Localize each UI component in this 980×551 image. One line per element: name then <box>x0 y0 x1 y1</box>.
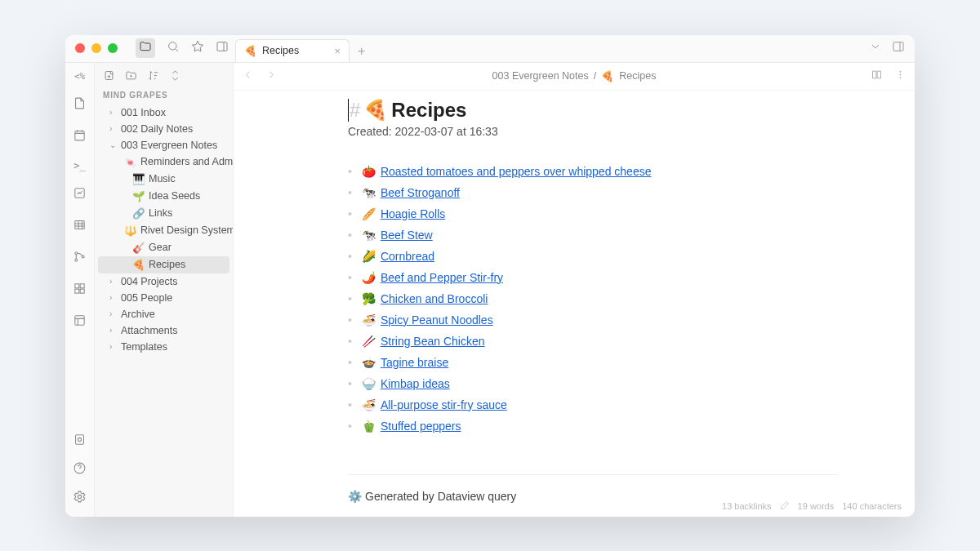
recipe-link[interactable]: Cornbread <box>381 250 434 263</box>
tree-item[interactable]: ›Attachments <box>98 322 229 339</box>
item-label: Recipes <box>149 259 185 270</box>
recipe-emoji: 🐄 <box>362 186 376 199</box>
note-title: # 🍕 Recipes <box>348 99 838 122</box>
tree-item[interactable]: ›002 Daily Notes <box>98 121 229 137</box>
ribbon: <% >_ <box>65 63 95 517</box>
tree-item[interactable]: 🔱Rivet Design System <box>98 222 229 239</box>
star-icon[interactable] <box>191 40 204 56</box>
item-label: Archive <box>121 309 155 320</box>
recipe-link[interactable]: Tagine braise <box>381 356 448 369</box>
recipe-link[interactable]: Hoagie Rolls <box>381 207 445 220</box>
backlinks-count[interactable]: 13 backlinks <box>722 501 772 511</box>
vault-name: MIND GRAPES <box>95 89 233 104</box>
new-tab-button[interactable]: + <box>350 41 373 62</box>
list-item: 🍅 Roasted tomatoes and peppers over whip… <box>348 161 838 182</box>
titlebar: 🍕 Recipes × + <box>65 35 915 63</box>
collapse-icon[interactable] <box>169 69 181 84</box>
grid-icon[interactable] <box>73 282 87 299</box>
recipe-link[interactable]: Kimbap ideas <box>381 377 450 390</box>
list-item: 🫑 Stuffed peppers <box>348 415 838 437</box>
item-label: Attachments <box>121 325 177 336</box>
sidebar-toolbar <box>95 63 233 89</box>
more-icon[interactable] <box>894 69 906 83</box>
recipe-link[interactable]: Roasted tomatoes and peppers over whippe… <box>381 165 652 178</box>
table-icon[interactable] <box>73 218 87 235</box>
recipe-link[interactable]: Spicy Peanut Noodles <box>381 313 493 327</box>
tree-item[interactable]: 🎸Gear <box>98 239 229 256</box>
tree-item[interactable]: 🌱Idea Seeds <box>98 188 229 205</box>
right-panel-icon[interactable] <box>892 40 905 56</box>
tree-item[interactable]: ›001 Inbox <box>98 104 229 121</box>
vault-icon[interactable] <box>73 433 87 450</box>
item-emoji: 🍬 <box>124 156 137 168</box>
tree-item[interactable]: 🍬Reminders and Admin <box>98 153 229 171</box>
minimize-window-button[interactable] <box>91 43 101 53</box>
files-icon[interactable] <box>136 38 155 58</box>
tree-item[interactable]: ›Archive <box>98 306 229 322</box>
back-icon[interactable] <box>242 69 254 83</box>
note-content[interactable]: # 🍕 Recipes Created: 2022-03-07 at 16:33… <box>234 91 915 517</box>
forward-icon[interactable] <box>265 69 278 83</box>
right-sidebar-icon[interactable] <box>216 40 229 56</box>
svg-rect-11 <box>75 289 79 293</box>
reading-mode-icon[interactable] <box>871 69 883 83</box>
new-note-icon[interactable] <box>103 69 115 84</box>
sort-icon[interactable] <box>147 69 159 84</box>
chevron-icon[interactable]: › <box>109 342 118 351</box>
chevron-down-icon[interactable] <box>869 40 882 56</box>
tree-item[interactable]: ›Templates <box>98 339 229 355</box>
new-folder-icon[interactable] <box>125 69 137 84</box>
settings-icon[interactable] <box>73 490 87 507</box>
item-label: 004 Projects <box>121 276 177 287</box>
tree-item[interactable]: 🎹Music <box>98 171 229 188</box>
git-icon[interactable] <box>73 250 87 267</box>
titlebar-right-icons <box>869 40 915 56</box>
svg-rect-3 <box>75 131 84 140</box>
breadcrumb[interactable]: 003 Evergreen Notes / 🍕 Recipes <box>492 70 657 82</box>
title-text: Recipes <box>391 99 466 122</box>
chevron-icon[interactable]: › <box>109 326 118 335</box>
recipe-link[interactable]: Chicken and Broccoli <box>381 292 488 305</box>
recipe-link[interactable]: Beef Stroganoff <box>381 186 460 199</box>
recipe-link[interactable]: Beef and Pepper Stir-fry <box>381 271 503 284</box>
chevron-icon[interactable]: › <box>109 309 118 318</box>
graph-icon[interactable] <box>73 186 87 203</box>
chevron-icon[interactable]: › <box>109 293 118 302</box>
svg-rect-10 <box>80 283 84 287</box>
help-icon[interactable] <box>73 461 87 478</box>
titlebar-left-icons <box>136 38 229 58</box>
tree-item[interactable]: ›005 People <box>98 290 229 306</box>
new-note-icon[interactable] <box>73 96 87 113</box>
calendar-icon[interactable] <box>73 128 87 145</box>
chevron-icon[interactable]: › <box>109 108 118 117</box>
tree-item[interactable]: ›004 Projects <box>98 273 229 290</box>
item-label: Links <box>149 207 172 219</box>
tree-item[interactable]: 🍕Recipes <box>98 256 229 273</box>
recipe-list: 🍅 Roasted tomatoes and peppers over whip… <box>348 161 838 437</box>
recipe-link[interactable]: String Bean Chicken <box>381 335 485 348</box>
maximize-window-button[interactable] <box>108 43 118 53</box>
close-tab-icon[interactable]: × <box>334 45 341 57</box>
item-label: Rivet Design System <box>140 224 233 236</box>
tree-item[interactable]: ⌄003 Evergreen Notes <box>98 137 229 153</box>
svg-point-21 <box>900 78 901 78</box>
search-icon[interactable] <box>167 40 180 56</box>
chevron-icon[interactable]: ⌄ <box>109 140 118 149</box>
chevron-icon[interactable]: › <box>109 124 118 133</box>
chevron-icon[interactable]: › <box>109 277 118 286</box>
list-item: 🍜 All-purpose stir-fry sauce <box>348 394 838 415</box>
tree-item[interactable]: 🔗Links <box>98 205 229 222</box>
quick-switcher-icon[interactable]: <% <box>74 71 85 82</box>
command-icon[interactable]: >_ <box>74 160 85 171</box>
layout-icon[interactable] <box>73 313 87 331</box>
recipe-link[interactable]: All-purpose stir-fry sauce <box>381 398 507 411</box>
item-label: Idea Seeds <box>149 190 200 202</box>
tab-recipes[interactable]: 🍕 Recipes × <box>235 39 350 62</box>
recipe-emoji: 🍜 <box>362 313 376 327</box>
gear-icon: ⚙️ <box>348 490 362 503</box>
edit-icon[interactable] <box>780 500 790 512</box>
recipe-link[interactable]: Stuffed peppers <box>381 420 461 433</box>
close-window-button[interactable] <box>75 43 85 53</box>
recipe-link[interactable]: Beef Stew <box>381 229 433 242</box>
svg-rect-1 <box>217 42 227 51</box>
